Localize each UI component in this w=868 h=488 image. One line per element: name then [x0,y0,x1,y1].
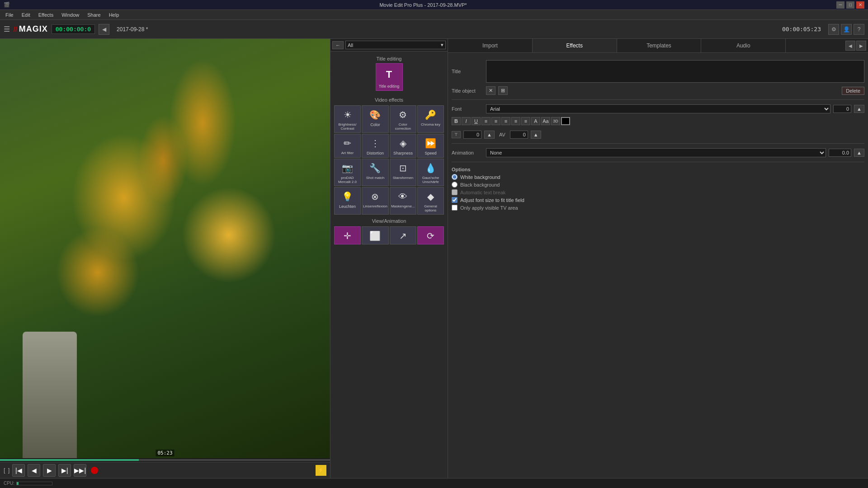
animation-select[interactable]: None [486,148,826,157]
animation-value-input[interactable] [829,149,851,157]
general-options-icon: ◆ [423,190,438,203]
align-left-button[interactable]: ≡ [481,117,491,125]
leuchten-effect[interactable]: 💡 Leuchten [334,187,361,215]
white-bg-label: White background [460,174,500,180]
hamburger-menu[interactable]: ☰ [4,25,10,33]
menu-window[interactable]: Window [58,11,83,19]
play-button[interactable]: ▶ [43,464,56,477]
pos-size-icon: ✛ [340,230,355,242]
general-options-effect[interactable]: ◆ Generaloptions [417,187,444,215]
white-bg-radio[interactable] [452,174,458,180]
menu-help[interactable]: Help [105,11,123,19]
speed-effect[interactable]: ⏩ Speed [417,134,444,158]
record-button[interactable] [91,467,98,474]
black-bg-radio[interactable] [452,182,458,188]
auto-text-checkbox[interactable] [452,189,458,195]
menu-effects[interactable]: Effects [35,11,57,19]
maximize-button[interactable]: □ [846,1,854,9]
menu-share[interactable]: Share [84,11,104,19]
kerning-input[interactable] [463,131,481,139]
leading-input[interactable] [510,131,528,139]
tab-import[interactable]: Import [448,39,533,52]
effects-nav: ← All ▾ [330,39,448,52]
out-point-button[interactable]: ] [8,467,10,474]
minimize-button[interactable]: ─ [836,1,844,9]
window-controls: ─ □ ✕ [836,1,864,9]
prev-frame-btn[interactable]: ◀ [99,24,109,35]
quick-export-button[interactable]: ⚡ [316,465,326,476]
title-bar-title: Movie Edit Pro Plus - 2017-09-28.MVP* [379,2,467,8]
anim-up[interactable]: ▲ [854,149,864,157]
prodad-effect[interactable]: 📷 proDADMercalli 2.0 [334,159,361,186]
title-row: Title [452,60,864,83]
italic-button[interactable]: I [462,117,471,125]
help-icon[interactable]: ? [854,24,864,35]
brightness-effect[interactable]: ☀ Brightness/Contrast [334,105,361,133]
title-editing-item[interactable]: T Title editing [376,63,403,91]
distortion-effect[interactable]: ⋮ Distortion [362,134,389,158]
user-icon[interactable]: 👤 [841,24,852,35]
case-button[interactable]: Aa [541,117,550,125]
tab-effects[interactable]: Effects [533,39,617,52]
goto-end-button[interactable]: ▶▶| [74,464,86,477]
color-correction-effect[interactable]: ⚙ Colorcorrection [390,105,416,133]
goto-start-button[interactable]: |◀ [12,464,25,477]
crop-effect[interactable]: ⬜ [362,226,388,244]
settings-icon[interactable]: ⚙ [828,24,839,35]
options-section: Options White background Black backgroun… [452,167,864,211]
chroma-key-effect[interactable]: 🔑 Chroma key [417,105,444,133]
shot-match-effect[interactable]: 🔧 Shot match [362,159,389,186]
panel-tabs: Import Effects Templates Audio ◀ ▶ [448,39,868,53]
title-object-row: Title object ✕ ⊞ Delete [452,86,864,95]
art-filter-effect[interactable]: ✏ Art filter [334,134,361,158]
linsenreflexion-effect[interactable]: ⊗ Linsenreflexion [362,187,389,215]
effects-category-dropdown[interactable]: All ▾ [345,41,446,49]
font-color-button[interactable]: A [531,117,540,125]
close-button[interactable]: ✕ [856,1,864,9]
menu-edit[interactable]: Edit [18,11,34,19]
kerning-up[interactable]: ▲ [484,131,495,139]
tab-templates[interactable]: Templates [617,39,702,52]
pos-size-effect[interactable]: ✛ [334,226,361,244]
align-right-button[interactable]: ≡ [501,117,510,125]
cpu-meter [16,482,52,485]
anim3-effect[interactable]: ⟳ [417,226,444,244]
align-justify-button[interactable]: ≡ [511,117,520,125]
panel-collapse-left[interactable]: ◀ [845,41,855,51]
underline-button[interactable]: U [472,117,481,125]
sharpness-effect[interactable]: ◈ Sharpness [390,134,416,158]
adjust-font-checkbox[interactable] [452,197,458,203]
font-size-up[interactable]: ▲ [854,105,864,113]
visible-tv-checkbox[interactable] [452,205,458,211]
anim2-effect[interactable]: ↗ [390,226,416,244]
top-bar: ☰ // MAGIX 00:00:00:0 ◀ 2017-09-28 * 00:… [0,20,868,39]
gaussian-effect[interactable]: 💧 Gaus'scheUnschärfe [417,159,444,186]
speed-icon: ⏩ [423,137,438,150]
tab-audio[interactable]: Audio [701,39,786,52]
preview-scrubber[interactable] [0,458,330,462]
menu-file[interactable]: File [2,11,17,19]
panel-collapse-right[interactable]: ▶ [856,41,866,51]
transformations-effect[interactable]: ⊡ Stansformen [390,159,416,186]
align-center-button[interactable]: ≡ [491,117,500,125]
3d-button[interactable]: 3D [551,117,560,125]
shot-match-icon: 🔧 [368,162,382,174]
title-obj-btn1[interactable]: ✕ [486,86,495,95]
title-input[interactable] [486,60,864,83]
valign-button[interactable]: ≡ [521,117,530,125]
color-picker-button[interactable] [561,117,570,125]
maskengen-effect[interactable]: 👁 Maskengene... [390,187,416,215]
leading-up[interactable]: ▲ [531,131,541,139]
next-frame-btn[interactable]: ▶| [58,464,71,477]
title-obj-btn2[interactable]: ⊞ [498,86,508,95]
auto-text-row: Automatic text break [452,189,864,195]
effects-back-button[interactable]: ← [332,41,344,49]
delete-button[interactable]: Delete [842,87,864,95]
font-size-input[interactable] [833,105,851,113]
font-label: Font [452,106,483,112]
bold-button[interactable]: B [452,117,461,125]
font-select[interactable]: Arial [486,104,830,113]
prev-frame-btn[interactable]: ◀ [28,464,40,477]
in-point-button[interactable]: [ [4,467,5,474]
color-effect[interactable]: 🎨 Color [362,105,389,133]
